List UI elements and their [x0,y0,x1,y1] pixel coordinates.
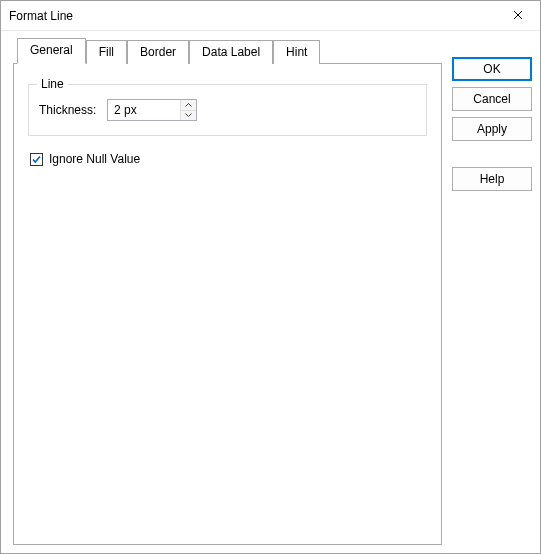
cancel-button[interactable]: Cancel [452,87,532,111]
thickness-label: Thickness: [39,103,101,117]
chevron-down-icon [185,113,192,117]
apply-button[interactable]: Apply [452,117,532,141]
tab-label: Hint [286,45,307,59]
thickness-spinner[interactable]: 2 px [107,99,197,121]
thickness-value[interactable]: 2 px [108,100,180,120]
tab-border[interactable]: Border [127,40,189,64]
tab-data-label[interactable]: Data Label [189,40,273,64]
tab-strip: General Fill Border Data Label Hint [17,39,442,63]
button-spacer [452,147,532,161]
dialog-title: Format Line [9,9,495,23]
close-icon [513,9,523,23]
tab-label: Border [140,45,176,59]
line-group: Line Thickness: 2 px [28,84,427,136]
main-area: General Fill Border Data Label Hint Line… [13,39,442,545]
tab-general[interactable]: General [17,38,86,64]
button-column: OK Cancel Apply Help [452,39,532,545]
tab-label: Fill [99,45,114,59]
help-button[interactable]: Help [452,167,532,191]
ignore-null-row: Ignore Null Value [30,152,427,166]
tab-label: Data Label [202,45,260,59]
tab-label: General [30,43,73,57]
thickness-row: Thickness: 2 px [39,99,416,121]
chevron-up-icon [185,103,192,107]
titlebar: Format Line [1,1,540,31]
close-button[interactable] [495,1,540,30]
group-legend: Line [37,77,68,91]
dialog-body: General Fill Border Data Label Hint Line… [1,31,540,553]
format-line-dialog: Format Line General Fill Border Data Lab… [0,0,541,554]
ok-button[interactable]: OK [452,57,532,81]
tab-fill[interactable]: Fill [86,40,127,64]
tab-panel-general: Line Thickness: 2 px [13,63,442,545]
checkmark-icon [31,154,42,165]
ignore-null-label: Ignore Null Value [49,152,140,166]
ignore-null-checkbox[interactable] [30,153,43,166]
spinner-up-button[interactable] [181,100,196,110]
spinner-down-button[interactable] [181,110,196,121]
tab-hint[interactable]: Hint [273,40,320,64]
spinner-buttons [180,100,196,120]
